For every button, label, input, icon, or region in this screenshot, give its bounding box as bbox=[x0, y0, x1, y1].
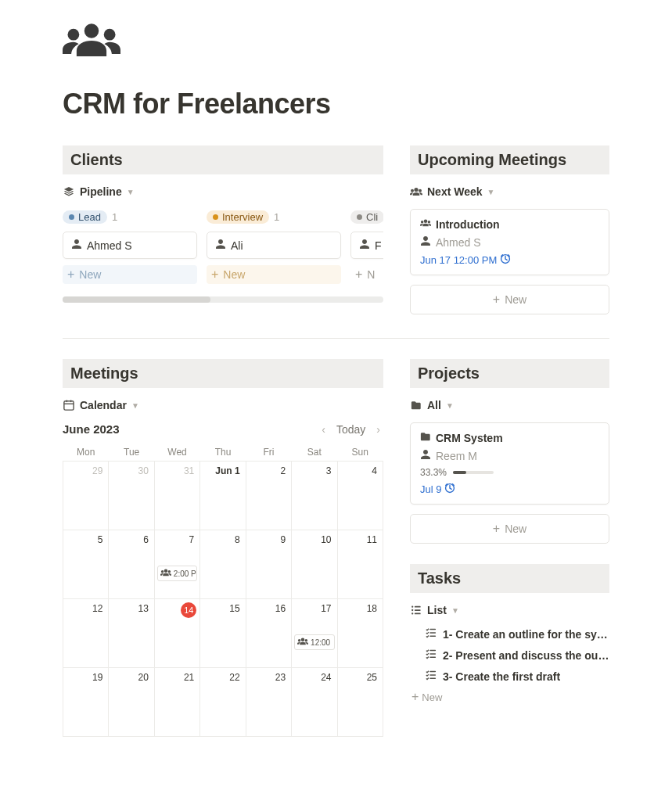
calendar-icon bbox=[63, 399, 75, 411]
calendar-cell[interactable]: 24 bbox=[292, 668, 337, 737]
calendar-daynum: 14 bbox=[181, 602, 196, 618]
projects-view-selector[interactable]: All ▼ bbox=[410, 399, 609, 411]
calendar-today-button[interactable]: Today bbox=[336, 423, 365, 436]
calendar-daynum: 23 bbox=[273, 671, 288, 684]
kanban-new-button[interactable]: +New bbox=[63, 265, 197, 284]
meeting-card[interactable]: Introduction Ahmed S Jun 17 12:00 PM bbox=[410, 209, 609, 275]
chevron-down-icon: ▼ bbox=[451, 606, 459, 615]
calendar-cell[interactable]: 5 bbox=[63, 530, 109, 599]
task-icon bbox=[426, 648, 437, 662]
calendar-daynum: 8 bbox=[232, 533, 243, 546]
plus-icon: + bbox=[493, 293, 500, 306]
svg-point-17 bbox=[84, 23, 99, 38]
kanban-column-header[interactable]: Cli bbox=[350, 209, 383, 225]
calendar-cell[interactable]: 15 bbox=[200, 599, 246, 668]
client-card[interactable]: Ahmed S bbox=[63, 232, 197, 259]
calendar-cell[interactable]: Jun 1 bbox=[200, 462, 246, 530]
calendar-cell[interactable]: 8 bbox=[200, 530, 246, 599]
calendar-daynum: 17 bbox=[318, 602, 333, 615]
projects-new-button[interactable]: + New bbox=[410, 514, 609, 544]
calendar-cell[interactable]: 1712:00 bbox=[292, 599, 337, 668]
chevron-down-icon: ▼ bbox=[131, 401, 139, 410]
task-icon bbox=[426, 627, 437, 641]
status-tag: Lead bbox=[63, 210, 107, 224]
calendar-cell[interactable]: 9 bbox=[246, 530, 291, 599]
calendar-cell[interactable]: 12 bbox=[63, 599, 109, 668]
kanban-column-header[interactable]: Lead1 bbox=[63, 209, 197, 225]
calendar-event[interactable]: 12:00 bbox=[294, 634, 334, 650]
kanban-scrollbar[interactable] bbox=[63, 296, 383, 303]
clients-kanban: Lead1Ahmed S+NewInterview1Ali+NewCliF+N bbox=[63, 209, 383, 284]
task-label: 3- Create the first draft bbox=[443, 670, 560, 683]
svg-point-18 bbox=[67, 29, 79, 41]
calendar-cell[interactable]: 31 bbox=[154, 462, 199, 530]
project-progress-bar bbox=[453, 471, 494, 474]
client-card[interactable]: F bbox=[350, 232, 383, 259]
clients-heading: Clients bbox=[63, 145, 383, 174]
upcoming-view-selector[interactable]: Next Week ▼ bbox=[410, 185, 609, 198]
calendar-cell[interactable]: 3 bbox=[292, 462, 337, 530]
project-progress-label: 33.3% bbox=[420, 467, 447, 478]
divider bbox=[63, 338, 609, 339]
calendar-cell[interactable]: 22 bbox=[200, 668, 246, 737]
calendar-prev[interactable]: ‹ bbox=[318, 423, 329, 436]
plus-icon: + bbox=[411, 691, 419, 703]
column-count: 1 bbox=[112, 211, 117, 223]
calendar-cell[interactable]: 16 bbox=[246, 599, 291, 668]
task-item[interactable]: 2- Present and discuss the out… bbox=[410, 648, 609, 662]
tasks-view-label: List bbox=[427, 604, 447, 616]
task-item[interactable]: 3- Create the first draft bbox=[410, 670, 609, 683]
calendar-month: June 2023 bbox=[63, 422, 120, 436]
calendar-cell[interactable]: 23 bbox=[246, 668, 291, 737]
calendar-cell[interactable]: 4 bbox=[337, 462, 383, 530]
meetings-view-selector[interactable]: Calendar ▼ bbox=[63, 399, 383, 411]
project-card[interactable]: CRM System Reem M 33.3% Jul 9 bbox=[410, 422, 609, 505]
calendar-cell[interactable]: 18 bbox=[337, 599, 383, 668]
tasks-new-button[interactable]: + New bbox=[410, 691, 609, 703]
calendar-cell[interactable]: 30 bbox=[109, 462, 154, 530]
tasks-heading: Tasks bbox=[410, 564, 609, 593]
calendar-cell[interactable]: 6 bbox=[109, 530, 154, 599]
calendar-daynum: 24 bbox=[318, 671, 333, 684]
calendar-cell[interactable]: 21 bbox=[154, 668, 199, 737]
calendar-daynum: 2 bbox=[278, 465, 288, 477]
calendar-weekday: Sun bbox=[337, 444, 383, 462]
calendar-daynum: 18 bbox=[365, 602, 379, 615]
client-card[interactable]: Ali bbox=[207, 232, 341, 259]
calendar-event[interactable]: 2:00 P bbox=[157, 566, 197, 581]
meeting-datetime: Jun 17 12:00 PM bbox=[420, 254, 497, 266]
client-name: Ali bbox=[231, 239, 243, 252]
calendar-cell[interactable]: 72:00 P bbox=[154, 530, 199, 599]
calendar-cell[interactable]: 2 bbox=[246, 462, 291, 530]
kanban-new-button[interactable]: +New bbox=[207, 265, 341, 284]
calendar-cell[interactable]: 13 bbox=[109, 599, 154, 668]
clients-view-selector[interactable]: Pipeline ▼ bbox=[63, 185, 383, 198]
calendar-cell[interactable]: 11 bbox=[337, 530, 383, 599]
calendar-daynum: 21 bbox=[181, 671, 196, 684]
meeting-person: Ahmed S bbox=[436, 236, 481, 249]
folder-icon bbox=[410, 399, 422, 411]
calendar-cell[interactable]: 20 bbox=[109, 668, 154, 737]
calendar-cell[interactable]: 14 bbox=[154, 599, 199, 668]
tasks-view-selector[interactable]: List ▼ bbox=[410, 604, 609, 616]
person-icon bbox=[215, 239, 226, 252]
task-item[interactable]: 1- Create an outline for the sys… bbox=[410, 627, 609, 641]
upcoming-view-label: Next Week bbox=[427, 185, 483, 198]
person-icon bbox=[420, 235, 431, 249]
kanban-column-header[interactable]: Interview1 bbox=[207, 209, 341, 225]
kanban-column: Lead1Ahmed S+New bbox=[63, 209, 197, 284]
list-icon bbox=[410, 604, 422, 616]
calendar-cell[interactable]: 10 bbox=[292, 530, 337, 599]
meeting-title: Introduction bbox=[436, 218, 500, 231]
upcoming-new-button[interactable]: + New bbox=[410, 285, 609, 314]
people-icon bbox=[410, 185, 422, 198]
calendar-cell[interactable]: 29 bbox=[63, 462, 109, 530]
calendar-cell[interactable]: 25 bbox=[337, 668, 383, 737]
calendar-next[interactable]: › bbox=[373, 423, 383, 436]
calendar-daynum: Jun 1 bbox=[213, 465, 242, 477]
calendar-daynum: 6 bbox=[141, 533, 151, 546]
kanban-new-button[interactable]: +N bbox=[350, 265, 383, 284]
calendar-cell[interactable]: 19 bbox=[63, 668, 109, 737]
plus-icon: + bbox=[211, 268, 218, 281]
calendar-weekday: Tue bbox=[109, 444, 154, 462]
